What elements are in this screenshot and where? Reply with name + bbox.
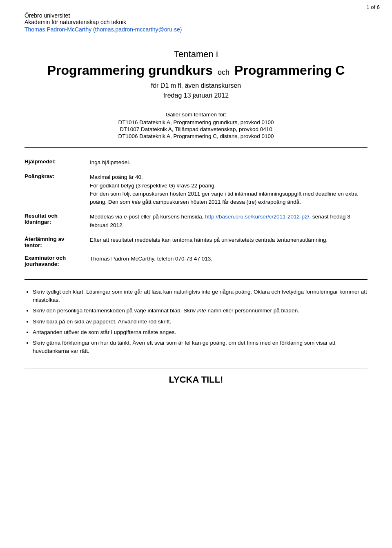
aterlam-label: Återlämning avtentor: [24, 234, 90, 252]
divider-top [24, 147, 368, 148]
bullet-item-3: Skriv bara på en sida av papperet. Använ… [33, 318, 368, 326]
contact-line: Thomas Padron-McCarthy (thomas.padron-mc… [24, 26, 368, 33]
hjalp-row: Hjälpmedel: Inga hjälpmedel. [24, 156, 368, 171]
date-line: fredag 13 januari 2012 [24, 92, 368, 99]
contact-name-link[interactable]: Thomas Padron-McCarthy [24, 26, 91, 33]
bullet-item-5: Skriv gärna förklaringar om hur du tänkt… [33, 339, 368, 356]
title-section: Tentamen i Programmering grundkurs och P… [24, 49, 368, 99]
bullet-list: Skriv tydligt och klart. Lösningar som i… [24, 288, 368, 356]
tentamen-label: Tentamen i [24, 49, 368, 60]
poang-row: Poängkrav: Maximal poäng är 40. För godk… [24, 171, 368, 210]
resultat-pre: Meddelas via e-post eller på kursens hem… [90, 214, 205, 220]
c-title: Programmering C [234, 63, 345, 78]
examinator-label: Examinator ochjourhavande: [24, 252, 90, 271]
main-title: Programmering grundkurs [47, 63, 213, 78]
main-title-line: Programmering grundkurs och Programmerin… [24, 63, 368, 78]
examinator-value: Thomas Padron-McCarthy, telefon 070-73 4… [90, 252, 368, 271]
poang-text-3: För den som följt campuskursen hösten 20… [90, 191, 358, 205]
university-name: Örebro universitet [24, 12, 368, 19]
page-number: 1 of 6 [366, 4, 380, 10]
hjalp-label: Hjälpmedel: [24, 156, 90, 171]
lycka-till: LYCKA TILL! [24, 368, 368, 385]
info-table: Hjälpmedel: Inga hjälpmedel. Poängkrav: … [24, 156, 368, 271]
poang-value: Maximal poäng är 40. För godkänt betyg (… [90, 171, 368, 210]
header-section: Örebro universitet Akademin för naturvet… [24, 12, 368, 33]
aterlam-row: Återlämning avtentor: Efter att resultat… [24, 234, 368, 252]
bullet-item-1: Skriv tydligt och klart. Lösningar som i… [33, 288, 368, 305]
poang-italic: inte [132, 199, 141, 205]
inte-italic: inte [197, 307, 206, 314]
hjalp-value: Inga hjälpmedel. [90, 156, 368, 171]
resultat-value: Meddelas via e-post eller på kursens hem… [90, 210, 368, 234]
poang-text-1: Maximal poäng är 40. [90, 174, 143, 180]
bullet-item-4: Antaganden utöver de som står i uppgifte… [33, 328, 368, 336]
course-line-2: DT1007 Datateknik A, Tillämpad dataveten… [24, 126, 368, 132]
poang-label: Poängkrav: [24, 171, 90, 210]
aterlam-value: Efter att resultatet meddelats kan tento… [90, 234, 368, 252]
contact-email-link[interactable]: (thomas.padron-mccarthy@oru.se) [93, 26, 182, 33]
course-line-3: DT1006 Datateknik A, Programmering C, di… [24, 133, 368, 139]
examinator-row: Examinator ochjourhavande: Thomas Padron… [24, 252, 368, 271]
poang-text-2: För godkänt betyg (3 respektive G) krävs… [90, 183, 216, 189]
divider-middle [24, 279, 368, 280]
bullet-item-2: Skriv den personliga tentamenskoden på v… [33, 307, 368, 315]
subtitle: för D1 m fl, även distanskursen [24, 82, 368, 89]
resultat-link[interactable]: http://basen.oru.se/kurser/c/2011-2012-p… [205, 214, 309, 220]
och-label: och [218, 68, 229, 76]
applies-section: Gäller som tentamen för: DT1016 Datatekn… [24, 111, 368, 139]
academy-name: Akademin för naturvetenskap och teknik [24, 19, 368, 25]
resultat-row: Resultat ochlösningar: Meddelas via e-po… [24, 210, 368, 234]
applies-label: Gäller som tentamen för: [24, 111, 368, 118]
resultat-label: Resultat ochlösningar: [24, 210, 90, 234]
course-line-1: DT1016 Datateknik A, Programmering grund… [24, 119, 368, 125]
